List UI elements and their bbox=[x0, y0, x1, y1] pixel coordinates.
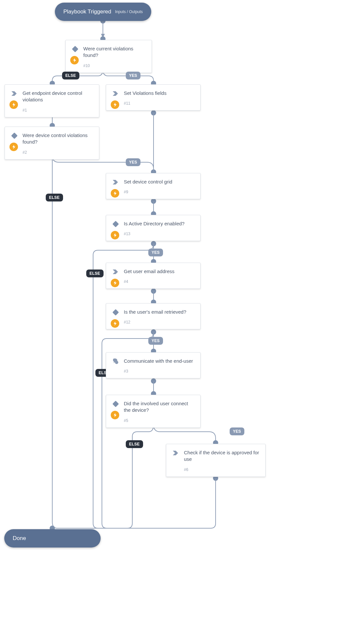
branch-yes-label: YES bbox=[148, 249, 163, 256]
bolt-icon bbox=[111, 319, 119, 328]
bolt-icon bbox=[9, 100, 18, 109]
branch-else-label: ELSE bbox=[126, 440, 143, 448]
playbook-trigger[interactable]: Playbook Triggered Inputs / Outputs bbox=[55, 3, 151, 21]
playbook-canvas: Playbook Triggered Inputs / Outputs Were… bbox=[0, 0, 343, 644]
node-title: Get user email address bbox=[124, 268, 194, 275]
svg-point-18 bbox=[151, 329, 156, 335]
node-number: #4 bbox=[124, 279, 194, 284]
node-title: Is the user's email retrieved? bbox=[124, 309, 194, 315]
bolt-icon bbox=[70, 56, 79, 64]
node-title: Check if the device is approved for use bbox=[184, 449, 259, 463]
node-get-endpoint-device-control-violations[interactable]: Get endpoint device control violations #… bbox=[5, 84, 99, 117]
node-number: #5 bbox=[124, 418, 194, 423]
chevron-icon bbox=[172, 449, 179, 457]
branch-yes-label: YES bbox=[230, 427, 244, 435]
node-title: Is Active Directory enabled? bbox=[124, 220, 194, 227]
bolt-icon bbox=[111, 189, 119, 198]
node-did-user-connect-device[interactable]: Did the involved user connect the device… bbox=[106, 395, 201, 428]
node-title: Were current violations found? bbox=[83, 45, 146, 59]
node-number: #1 bbox=[23, 108, 93, 113]
svg-point-11 bbox=[151, 110, 156, 115]
node-title: Did the involved user connect the device… bbox=[124, 400, 194, 414]
bolt-icon bbox=[111, 231, 119, 239]
node-number: #11 bbox=[124, 101, 194, 106]
branch-yes-label: YES bbox=[148, 337, 163, 345]
node-title: Set Violations fields bbox=[124, 90, 194, 96]
node-get-user-email-address[interactable]: Get user email address #4 bbox=[106, 263, 201, 289]
bolt-icon bbox=[111, 411, 119, 419]
node-number: #2 bbox=[23, 150, 93, 155]
node-check-device-approved[interactable]: Check if the device is approved for use … bbox=[166, 444, 266, 477]
node-number: #12 bbox=[124, 320, 194, 324]
svg-point-20 bbox=[151, 378, 156, 384]
node-number: #3 bbox=[124, 369, 194, 374]
chevron-icon bbox=[112, 268, 119, 275]
bolt-icon bbox=[111, 279, 119, 287]
branch-else-label: ELSE bbox=[86, 270, 104, 277]
node-set-violations-fields[interactable]: Set Violations fields #11 bbox=[106, 84, 201, 111]
node-were-current-violations-found[interactable]: Were current violations found? #10 bbox=[65, 40, 152, 73]
bolt-icon bbox=[9, 143, 18, 151]
chevron-icon bbox=[11, 90, 18, 97]
playbook-done[interactable]: Done bbox=[4, 529, 101, 548]
node-title: Set device control grid bbox=[124, 179, 194, 185]
node-is-active-directory-enabled[interactable]: Is Active Directory enabled? #13 bbox=[106, 215, 201, 241]
node-title: Get endpoint device control violations bbox=[23, 90, 93, 103]
node-is-users-email-retrieved[interactable]: Is the user's email retrieved? #12 bbox=[106, 303, 201, 329]
diamond-icon bbox=[72, 45, 79, 53]
diamond-icon bbox=[112, 309, 119, 316]
chat-icon bbox=[112, 358, 119, 365]
diamond-icon bbox=[112, 220, 119, 228]
bolt-icon bbox=[111, 100, 119, 109]
diamond-icon bbox=[112, 400, 119, 408]
trigger-io-link[interactable]: Inputs / Outputs bbox=[115, 9, 143, 14]
node-number: #6 bbox=[184, 467, 259, 472]
node-title: Communicate with the end-user bbox=[124, 358, 194, 364]
trigger-title: Playbook Triggered bbox=[63, 9, 111, 15]
node-number: #9 bbox=[124, 190, 194, 194]
node-set-device-control-grid[interactable]: Set device control grid #9 bbox=[106, 173, 201, 199]
branch-else-label: ELSE bbox=[62, 72, 79, 79]
svg-point-16 bbox=[151, 288, 156, 294]
node-were-device-control-violations-found[interactable]: Were device control violations found? #2 bbox=[5, 127, 99, 160]
done-title: Done bbox=[13, 535, 26, 542]
node-number: #13 bbox=[124, 232, 194, 236]
branch-yes-label: YES bbox=[126, 158, 140, 166]
node-number: #10 bbox=[83, 63, 146, 68]
node-communicate-with-end-user[interactable]: Communicate with the end-user #3 bbox=[106, 352, 201, 378]
branch-yes-label: YES bbox=[126, 72, 140, 79]
chevron-icon bbox=[112, 179, 119, 186]
svg-point-12 bbox=[151, 199, 156, 204]
branch-else-label: ELSE bbox=[46, 194, 63, 201]
svg-point-14 bbox=[151, 241, 156, 246]
diamond-icon bbox=[11, 132, 18, 139]
node-title: Were device control violations found? bbox=[23, 132, 93, 146]
chevron-icon bbox=[112, 90, 119, 97]
